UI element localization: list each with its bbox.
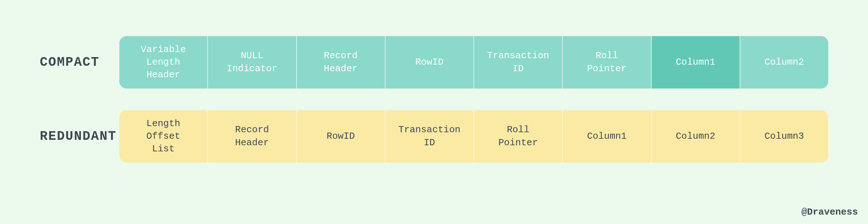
- redundant-row: REDUNDANT Length Offset List Record Head…: [40, 110, 828, 163]
- compact-cell-rowid: RowID: [386, 36, 474, 89]
- redundant-cells: Length Offset List Record Header RowID T…: [119, 110, 828, 163]
- compact-cell-null-indicator: NULL Indicator: [208, 36, 297, 89]
- attribution: @Draveness: [801, 207, 858, 217]
- redundant-cell-roll-pointer: Roll Pointer: [474, 110, 563, 163]
- diagram-container: COMPACT Variable Length Header NULL Indi…: [0, 0, 868, 163]
- compact-cell-record-header: Record Header: [297, 36, 386, 89]
- compact-row: COMPACT Variable Length Header NULL Indi…: [40, 36, 828, 89]
- redundant-cell-length-offset-list: Length Offset List: [119, 110, 208, 163]
- compact-label: COMPACT: [40, 55, 119, 70]
- redundant-cell-column1: Column1: [563, 110, 651, 163]
- compact-cells: Variable Length Header NULL Indicator Re…: [119, 36, 828, 89]
- compact-cell-variable-length-header: Variable Length Header: [119, 36, 208, 89]
- redundant-cell-column3: Column3: [740, 110, 828, 163]
- redundant-cell-rowid: RowID: [297, 110, 386, 163]
- compact-cell-transaction-id: Transaction ID: [474, 36, 563, 89]
- compact-cell-roll-pointer: Roll Pointer: [563, 36, 651, 89]
- compact-cell-column1: Column1: [652, 36, 740, 89]
- redundant-cell-transaction-id: Transaction ID: [386, 110, 474, 163]
- redundant-label: REDUNDANT: [40, 129, 119, 144]
- redundant-cell-record-header: Record Header: [208, 110, 297, 163]
- redundant-cell-column2: Column2: [652, 110, 740, 163]
- compact-cell-column2: Column2: [740, 36, 828, 89]
